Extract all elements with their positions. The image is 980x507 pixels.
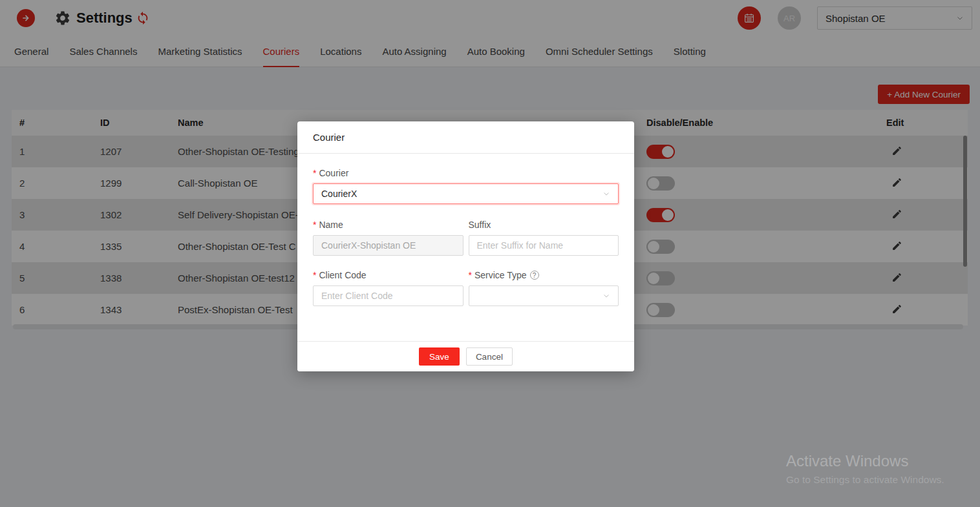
name-input[interactable]	[313, 235, 463, 256]
required-asterisk	[313, 220, 316, 230]
modal-title: Courier	[297, 121, 634, 154]
name-field-label: Name	[313, 220, 463, 230]
save-button[interactable]: Save	[419, 347, 460, 366]
courier-select-value: CourierX	[321, 189, 357, 199]
service-type-field-label: Service Type	[469, 270, 619, 280]
suffix-input[interactable]	[469, 235, 619, 256]
courier-modal: Courier Courier CourierX Name Suffix	[297, 121, 634, 371]
client-code-input[interactable]	[313, 285, 463, 306]
chevron-down-icon	[602, 292, 610, 300]
courier-select[interactable]: CourierX	[313, 183, 619, 204]
required-asterisk	[313, 270, 316, 280]
app-root: Settings AR Shopistan OE GeneralSales Ch…	[0, 0, 980, 507]
suffix-field-label: Suffix	[469, 220, 619, 230]
client-code-field-label: Client Code	[313, 270, 463, 280]
required-asterisk	[469, 270, 472, 280]
modal-body: Courier CourierX Name Suffix	[297, 154, 634, 306]
modal-footer: Save Cancel	[297, 341, 634, 371]
question-circle-icon[interactable]	[530, 271, 539, 280]
cancel-button[interactable]: Cancel	[466, 347, 513, 366]
chevron-down-icon	[602, 190, 610, 198]
service-type-select[interactable]	[469, 285, 619, 306]
courier-field-label: Courier	[313, 168, 619, 178]
required-asterisk	[313, 168, 316, 178]
